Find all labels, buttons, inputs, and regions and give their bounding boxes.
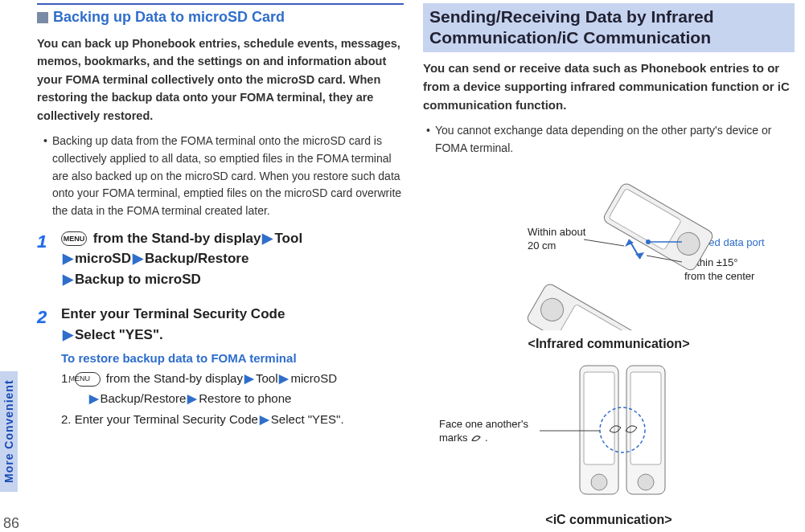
restore-subtitle: To restore backup data to FOMA terminal	[61, 350, 404, 368]
right-heading: Sending/Receiving Data by Infrared Commu…	[423, 3, 795, 52]
infrared-diagram: Within about 20 cm Infrared data port Wi…	[423, 166, 795, 334]
step2-line2: Select "YES".	[75, 327, 163, 342]
arrow-icon: ▶	[260, 412, 269, 426]
svg-point-15	[591, 474, 607, 490]
right-column: Sending/Receiving Data by Infrared Commu…	[412, 0, 798, 532]
page-root: More Convenient 86 Backing up Data to mi…	[0, 0, 805, 532]
arrow-icon: ▶	[63, 272, 73, 287]
arrow-icon: ▶	[187, 391, 197, 405]
step-1-body: MENU from the Stand-by display▶Tool ▶mic…	[61, 228, 404, 290]
right-bullet-1-text: You cannot exchange data depending on th…	[435, 122, 795, 157]
step-2-body: Enter your Terminal Security Code ▶Selec…	[61, 304, 404, 429]
r2-b: Select "YES".	[271, 412, 344, 426]
restore-list: 1. MENU from the Stand-by display▶Tool▶m…	[61, 368, 404, 430]
r1-d: Restore to phone	[199, 391, 291, 405]
left-title: Backing up Data to microSD Card	[53, 9, 285, 25]
step-2: 2 Enter your Terminal Security Code ▶Sel…	[37, 304, 404, 429]
step-number-1: 1	[37, 228, 61, 290]
svg-rect-17	[630, 372, 661, 464]
arrow-icon: ▶	[63, 251, 73, 266]
infrared-caption: <Infrared communication>	[423, 334, 795, 354]
content-columns: Backing up Data to microSD Card You can …	[26, 0, 805, 532]
step1-p4: Backup to microSD	[75, 272, 201, 287]
left-bullet-1-text: Backing up data from the FOMA terminal o…	[52, 133, 404, 219]
arrow-icon: ▶	[133, 251, 143, 266]
r1-c: Backup/Restore	[101, 391, 187, 405]
r1-b: microSD	[290, 371, 337, 385]
left-heading: Backing up Data to microSD Card	[37, 3, 404, 28]
arrow-icon: ▶	[89, 391, 99, 405]
arrow-icon: ▶	[279, 371, 289, 385]
step-1: 1 MENU from the Stand-by display▶Tool ▶m…	[37, 228, 404, 290]
step-number-2: 2	[37, 304, 61, 429]
svg-point-10	[646, 239, 651, 244]
section-tab: More Convenient	[0, 371, 18, 492]
step1-p1: Tool	[274, 231, 302, 246]
r1-pre: from the Stand-by display	[103, 371, 243, 385]
right-intro: You can send or receive data such as Pho…	[423, 59, 795, 115]
page-number: 86	[3, 515, 19, 532]
svg-line-12	[584, 239, 624, 246]
step1-pre: from the Stand-by display	[89, 231, 261, 246]
r1-a: Tool	[256, 371, 278, 385]
restore-item-1: 1. MENU from the Stand-by display▶Tool▶m…	[61, 368, 404, 409]
left-column: Backing up Data to microSD Card You can …	[26, 0, 412, 532]
ic-caption: <iC communication>	[423, 510, 795, 530]
step1-p3: Backup/Restore	[145, 251, 248, 266]
sidebar: More Convenient 86	[0, 0, 26, 532]
bullet-dot-icon: •	[426, 122, 430, 157]
left-bullet-1: • Backing up data from the FOMA terminal…	[43, 133, 404, 219]
right-bullet-1: • You cannot exchange data depending on …	[426, 122, 795, 157]
ic-svg	[423, 354, 793, 510]
infrared-svg	[423, 166, 793, 330]
svg-rect-14	[584, 372, 614, 464]
menu-button-icon: MENU	[61, 231, 87, 246]
r2-a: Enter your Terminal Security Code	[75, 412, 258, 426]
bullet-dot-icon: •	[43, 133, 47, 219]
step1-p2: microSD	[75, 251, 131, 266]
arrow-icon: ▶	[262, 231, 273, 246]
step2-line1: Enter your Terminal Security Code	[61, 306, 285, 321]
restore-item-2: 2. Enter your Terminal Security Code▶Sel…	[61, 409, 404, 430]
ic-diagram: Face one another's marks .	[423, 354, 795, 510]
left-intro: You can back up Phonebook entries, sched…	[37, 35, 404, 125]
menu-button-icon: MENU	[75, 372, 101, 387]
svg-point-18	[638, 474, 654, 490]
arrow-icon: ▶	[244, 371, 254, 385]
arrow-icon: ▶	[63, 327, 73, 342]
square-bullet-icon	[37, 12, 48, 23]
